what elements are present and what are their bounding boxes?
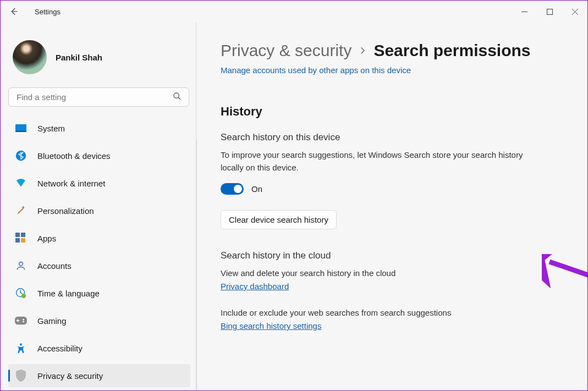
history-heading: History (221, 104, 576, 119)
svg-point-10 (19, 262, 23, 266)
avatar (13, 40, 47, 74)
system-icon (15, 122, 27, 134)
sidebar-item-label: Time & language (37, 289, 185, 298)
search-wrap (8, 87, 190, 117)
svg-rect-6 (15, 233, 20, 237)
svg-rect-9 (21, 238, 25, 243)
clear-device-history-button[interactable]: Clear device search history (221, 210, 337, 229)
paintbrush-icon (15, 205, 27, 217)
svg-point-14 (23, 321, 24, 322)
svg-rect-8 (15, 238, 20, 243)
sidebar-item-personalization[interactable]: Personalization (8, 199, 190, 222)
sidebar-item-system[interactable]: System (8, 117, 190, 140)
maximize-button[interactable] (537, 2, 562, 21)
close-button[interactable] (562, 2, 587, 21)
sidebar-item-accounts[interactable]: Accounts (8, 254, 190, 277)
gaming-icon (15, 315, 27, 327)
device-history-description: To improve your search suggestions, let … (221, 148, 529, 174)
cloud-history-heading: Search history in the cloud (221, 250, 576, 261)
sidebar-item-privacy-security[interactable]: Privacy & security (8, 364, 190, 387)
device-history-toggle[interactable] (221, 183, 244, 195)
sidebar-item-apps[interactable]: Apps (8, 227, 190, 250)
sidebar-item-label: Gaming (37, 316, 185, 326)
breadcrumb: Privacy & security Search permissions (221, 41, 576, 60)
accounts-icon (15, 260, 27, 272)
bing-history-settings-link[interactable]: Bing search history settings (221, 321, 576, 331)
titlebar: Settings (1, 1, 587, 23)
cloud-history-line1: View and delete your search history in t… (221, 267, 529, 279)
svg-point-15 (20, 343, 22, 345)
window-controls (512, 2, 587, 21)
manage-accounts-link[interactable]: Manage accounts used by other apps on th… (221, 65, 576, 75)
sidebar: Pankil Shah System Bluetooth & devices (1, 23, 196, 390)
apps-icon (15, 232, 27, 244)
sidebar-item-label: Accessibility (37, 344, 185, 353)
sidebar-item-accessibility[interactable]: Accessibility (8, 337, 190, 360)
privacy-dashboard-link[interactable]: Privacy dashboard (221, 282, 576, 291)
search-icon (173, 92, 182, 101)
bluetooth-icon (15, 150, 27, 162)
clock-globe-icon (15, 287, 27, 299)
sidebar-item-bluetooth[interactable]: Bluetooth & devices (8, 144, 190, 167)
sidebar-item-network[interactable]: Network & internet (8, 172, 190, 195)
sidebar-item-gaming[interactable]: Gaming (8, 309, 190, 332)
toggle-state-label: On (251, 184, 262, 194)
svg-point-13 (23, 319, 24, 321)
svg-point-1 (174, 93, 179, 98)
user-profile[interactable]: Pankil Shah (8, 36, 190, 87)
sidebar-item-label: Network & internet (37, 179, 185, 188)
breadcrumb-parent[interactable]: Privacy & security (221, 41, 351, 60)
svg-point-12 (21, 294, 26, 298)
sidebar-item-label: Apps (37, 234, 185, 243)
chevron-right-icon (359, 47, 366, 54)
device-history-heading: Search history on this device (221, 132, 576, 143)
cloud-history-line2: Include or exclude your web searches fro… (221, 306, 529, 319)
wifi-icon (15, 177, 27, 189)
svg-rect-7 (21, 233, 25, 237)
back-button[interactable] (5, 3, 23, 20)
sidebar-item-label: Privacy & security (37, 371, 185, 381)
minimize-button[interactable] (512, 2, 537, 21)
nav-list: System Bluetooth & devices Network & int… (8, 117, 190, 387)
sidebar-item-time-language[interactable]: Time & language (8, 282, 190, 305)
svg-rect-3 (15, 131, 26, 132)
main-content: Privacy & security Search permissions Ma… (196, 23, 587, 390)
user-name: Pankil Shah (56, 53, 102, 62)
svg-rect-2 (15, 124, 26, 131)
sidebar-item-label: System (37, 124, 185, 133)
svg-rect-0 (547, 9, 552, 14)
sidebar-item-label: Accounts (37, 261, 185, 271)
sidebar-item-label: Bluetooth & devices (37, 151, 185, 161)
search-input[interactable] (8, 87, 189, 107)
shield-icon (15, 370, 27, 382)
window-title: Settings (35, 8, 61, 16)
sidebar-item-label: Personalization (37, 206, 185, 216)
breadcrumb-current: Search permissions (373, 41, 530, 60)
accessibility-icon (15, 342, 27, 354)
